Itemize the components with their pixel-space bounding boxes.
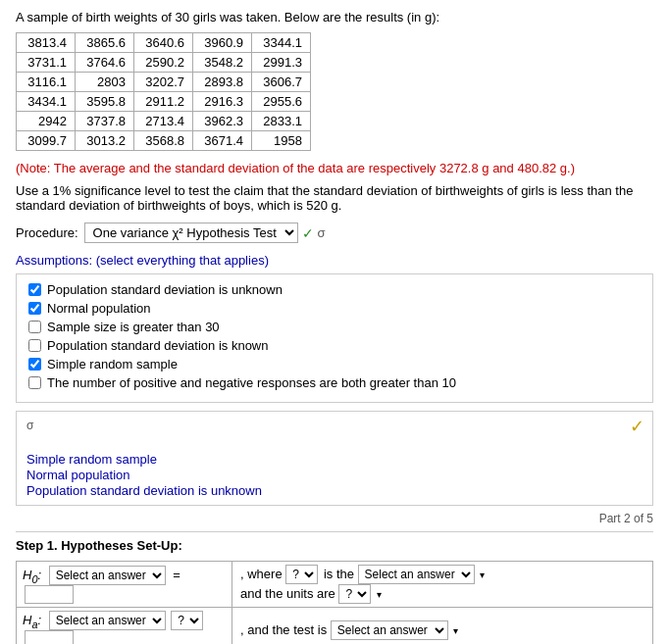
- assumption-label: Population standard deviation is known: [47, 338, 268, 353]
- bottom-divider: [16, 531, 653, 532]
- assumption-item[interactable]: Simple random sample: [28, 357, 641, 372]
- is-text: is the: [324, 567, 354, 581]
- procedure-label: Procedure:: [16, 225, 78, 240]
- dropdown-arrow-units: ▾: [377, 589, 382, 600]
- table-cell: 3013.2: [76, 131, 134, 151]
- units-text: and the units are: [240, 586, 335, 601]
- where-select[interactable]: ?: [285, 565, 318, 584]
- assumption-item[interactable]: Population standard deviation is unknown: [28, 282, 641, 297]
- assumption-checkbox[interactable]: [28, 302, 41, 315]
- table-cell: 3202.7: [134, 73, 193, 92]
- answer-box: σ ✓ Simple random sampleNormal populatio…: [16, 411, 653, 506]
- table-cell: 3595.8: [76, 92, 134, 112]
- answer-line: Simple random sample: [26, 452, 643, 467]
- table-cell: 3344.1: [252, 33, 311, 53]
- table-cell: 3671.4: [193, 131, 252, 151]
- table-cell: 3099.7: [17, 131, 76, 151]
- table-cell: 2803: [76, 73, 134, 92]
- check-icon: ✓: [302, 225, 314, 241]
- h0-value-input[interactable]: [25, 585, 74, 604]
- table-cell: 3568.8: [134, 131, 193, 151]
- procedure-row: Procedure: One variance χ² Hypothesis Te…: [16, 223, 653, 243]
- table-cell: 2916.3: [193, 92, 252, 112]
- table-cell: 2590.2: [134, 53, 193, 73]
- table-cell: 2833.1: [252, 112, 311, 131]
- data-table: 3813.43865.63640.63960.93344.13731.13764…: [16, 32, 311, 151]
- hypotheses-table: H0: Select an answer = , where ? is the …: [16, 561, 653, 644]
- table-cell: 3640.6: [134, 33, 193, 53]
- table-cell: 3606.7: [252, 73, 311, 92]
- test-text: , and the test is: [240, 622, 327, 637]
- assumption-checkbox[interactable]: [28, 358, 41, 371]
- dropdown-arrow-is: ▾: [480, 570, 485, 580]
- table-cell: 3960.9: [193, 33, 252, 53]
- ha-row: Ha: Select an answer ? , and the test is…: [17, 608, 653, 645]
- step1-title: Step 1. Hypotheses Set-Up:: [16, 538, 653, 553]
- table-cell: 2942: [17, 112, 76, 131]
- test-answer-select[interactable]: Select an answer: [331, 620, 448, 640]
- table-cell: 2713.4: [134, 112, 193, 131]
- ha-value-input[interactable]: [25, 630, 74, 644]
- h0-answer-select[interactable]: Select an answer: [49, 566, 166, 585]
- table-cell: 2955.6: [252, 92, 311, 112]
- ha-answer-select[interactable]: Select an answer: [49, 611, 166, 630]
- where-text: , where: [240, 567, 283, 581]
- answer-lines: Simple random sampleNormal populationPop…: [26, 452, 643, 498]
- table-cell: 1958: [252, 131, 311, 151]
- intro-text: A sample of birth weights of 30 girls wa…: [16, 10, 653, 25]
- procedure-select[interactable]: One variance χ² Hypothesis Test: [84, 223, 298, 243]
- answer-line: Population standard deviation is unknown: [26, 483, 643, 498]
- table-cell: 2893.8: [193, 73, 252, 92]
- sigma-small-icon: σ: [26, 419, 33, 432]
- table-cell: 2991.3: [252, 53, 311, 73]
- note-text: (Note: The average and the standard devi…: [16, 161, 653, 175]
- assumption-label: Sample size is greater than 30: [47, 320, 220, 334]
- note-highlighted: The average and the standard deviation o…: [54, 161, 571, 175]
- sigma-icon[interactable]: σ: [318, 225, 326, 240]
- h0-label: H0:: [23, 568, 41, 582]
- assumption-item[interactable]: The number of positive and negative resp…: [28, 375, 641, 390]
- answer-line: Normal population: [26, 468, 643, 482]
- assumptions-box: Population standard deviation is unknown…: [16, 273, 653, 403]
- ha-label: Ha:: [23, 613, 41, 627]
- assumption-item[interactable]: Sample size is greater than 30: [28, 320, 641, 334]
- h0-equals: =: [173, 568, 180, 582]
- note-suffix: ): [571, 161, 575, 175]
- assumption-item[interactable]: Normal population: [28, 301, 641, 316]
- table-cell: 3962.3: [193, 112, 252, 131]
- assumption-label: Population standard deviation is unknown: [47, 282, 283, 297]
- table-cell: 3731.1: [17, 53, 76, 73]
- h0-row: H0: Select an answer = , where ? is the …: [17, 562, 653, 608]
- assumption-checkbox[interactable]: [28, 321, 41, 333]
- ha-operator-select[interactable]: ?: [171, 611, 203, 630]
- is-answer-select[interactable]: Select an answer: [358, 565, 475, 584]
- assumption-label: Simple random sample: [47, 357, 178, 372]
- dropdown-arrow-test: ▾: [453, 625, 458, 636]
- table-cell: 3116.1: [17, 73, 76, 92]
- assumption-label: Normal population: [47, 301, 151, 316]
- table-cell: 3737.8: [76, 112, 134, 131]
- units-select[interactable]: ?: [338, 584, 371, 604]
- gold-check-icon: ✓: [630, 416, 644, 437]
- assumption-checkbox[interactable]: [28, 339, 41, 352]
- assumption-label: The number of positive and negative resp…: [47, 375, 456, 390]
- assumption-checkbox[interactable]: [28, 376, 41, 389]
- table-cell: 3813.4: [17, 33, 76, 53]
- h0-cell: H0: Select an answer =: [17, 562, 232, 608]
- assumption-item[interactable]: Population standard deviation is known: [28, 338, 641, 353]
- note-prefix: (Note:: [16, 161, 54, 175]
- table-cell: 2911.2: [134, 92, 193, 112]
- assumption-checkbox[interactable]: [28, 283, 41, 296]
- table-cell: 3764.6: [76, 53, 134, 73]
- table-cell: 3434.1: [17, 92, 76, 112]
- h0-right-cell: , where ? is the Select an answer ▾ and …: [232, 562, 653, 608]
- assumptions-title: Assumptions: (select everything that app…: [16, 253, 653, 268]
- ha-right-cell: , and the test is Select an answer ▾: [232, 608, 653, 645]
- ha-cell: Ha: Select an answer ?: [17, 608, 232, 645]
- table-cell: 3548.2: [193, 53, 252, 73]
- part-indicator: Part 2 of 5: [16, 512, 653, 525]
- instruction-text: Use a 1% significance level to test the …: [16, 183, 653, 213]
- table-cell: 3865.6: [76, 33, 134, 53]
- assumptions-section: Assumptions: (select everything that app…: [16, 253, 653, 403]
